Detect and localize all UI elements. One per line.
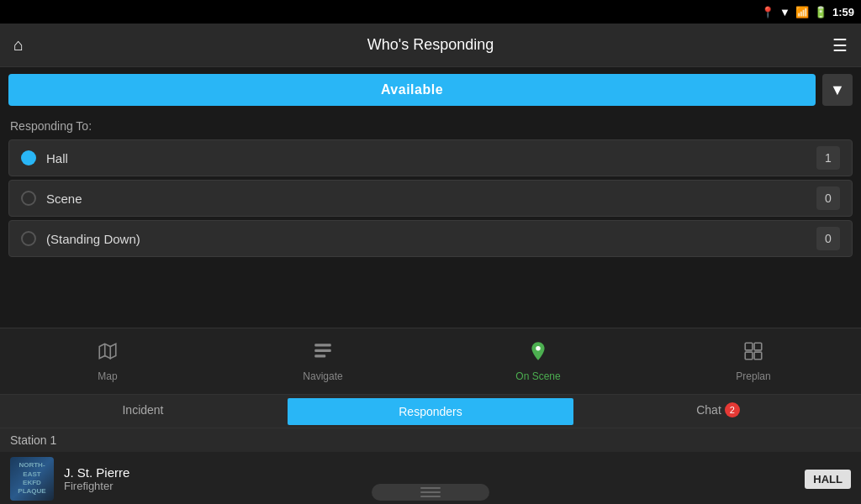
responder-name: J. St. Pierre: [64, 465, 795, 480]
svg-rect-4: [314, 354, 325, 357]
avatar: NORTH-EASTEKFDPLAQUE: [10, 457, 54, 501]
handle-line-1: [420, 487, 441, 489]
chat-badge: 2: [725, 402, 740, 417]
nav-on-scene[interactable]: On Scene: [430, 340, 646, 382]
svg-rect-6: [745, 343, 753, 350]
scene-option[interactable]: Scene 0: [8, 180, 853, 217]
available-toggle-button[interactable]: ▼: [822, 74, 853, 106]
nav-on-scene-label: On Scene: [515, 370, 560, 382]
hall-count: 1: [816, 146, 840, 170]
response-options: Hall 1 Scene 0 (Standing Down) 0: [0, 139, 861, 257]
home-icon[interactable]: ⌂: [13, 35, 24, 55]
tabs: Incident Responders Chat 2: [0, 395, 861, 428]
signal-icon: 📶: [795, 6, 809, 18]
chevron-down-icon: ▼: [830, 81, 845, 99]
tab-responders[interactable]: Responders: [288, 398, 573, 425]
header: ⌂ Who's Responding ☰: [0, 24, 861, 67]
standing-down-option[interactable]: (Standing Down) 0: [8, 220, 853, 257]
svg-rect-8: [745, 352, 753, 360]
svg-rect-3: [314, 349, 331, 352]
standing-down-label: (Standing Down): [46, 232, 816, 246]
standing-down-count: 0: [816, 227, 840, 250]
svg-rect-2: [314, 344, 331, 346]
wifi-icon: ▼: [779, 6, 790, 18]
tab-incident[interactable]: Incident: [0, 395, 286, 428]
nav-navigate-label: Navigate: [303, 370, 342, 382]
avatar-image: NORTH-EASTEKFDPLAQUE: [10, 457, 54, 501]
navigate-icon: [312, 340, 334, 367]
nav-preplan-label: Preplan: [736, 370, 770, 382]
status-bar: 📍 ▼ 📶 🔋 1:59: [0, 0, 861, 24]
handle-line-2: [420, 491, 441, 493]
svg-rect-9: [754, 352, 762, 360]
page-title: Who's Responding: [367, 36, 494, 54]
hall-dot: [21, 150, 36, 165]
hall-label: Hall: [46, 151, 816, 165]
scene-dot: [21, 191, 36, 206]
station-name: Station 1: [10, 433, 56, 447]
available-button[interactable]: Available: [8, 74, 816, 106]
on-scene-icon: [527, 340, 549, 367]
handle-lines: [420, 487, 441, 497]
handle-bar[interactable]: [372, 484, 489, 501]
tab-chat[interactable]: Chat 2: [575, 395, 861, 428]
hall-option[interactable]: Hall 1: [8, 139, 853, 176]
location-icon: 📍: [761, 6, 774, 18]
nav-preplan[interactable]: Preplan: [646, 340, 861, 382]
scene-count: 0: [816, 186, 840, 210]
svg-point-5: [536, 346, 540, 350]
available-bar: Available ▼: [0, 67, 861, 113]
tab-responders-label: Responders: [399, 405, 462, 418]
tab-chat-label: Chat: [696, 403, 721, 417]
standing-down-dot: [21, 231, 36, 246]
nav-navigate[interactable]: Navigate: [215, 340, 430, 382]
nav-map-label: Map: [98, 370, 117, 382]
preplan-icon: [742, 340, 764, 367]
svg-rect-7: [754, 343, 762, 350]
responding-to-label: Responding To:: [0, 113, 861, 136]
station-header: Station 1: [0, 428, 861, 452]
nav-map[interactable]: Map: [0, 340, 215, 382]
scene-label: Scene: [46, 192, 816, 206]
time-display: 1:59: [832, 6, 854, 18]
battery-icon: 🔋: [814, 6, 827, 18]
tab-incident-label: Incident: [122, 403, 163, 417]
responder-status-badge: HALL: [805, 470, 851, 489]
menu-icon[interactable]: ☰: [832, 35, 848, 55]
bottom-nav: Map Navigate On Scene: [0, 328, 861, 395]
map-icon: [97, 340, 119, 367]
handle-line-3: [420, 496, 441, 497]
